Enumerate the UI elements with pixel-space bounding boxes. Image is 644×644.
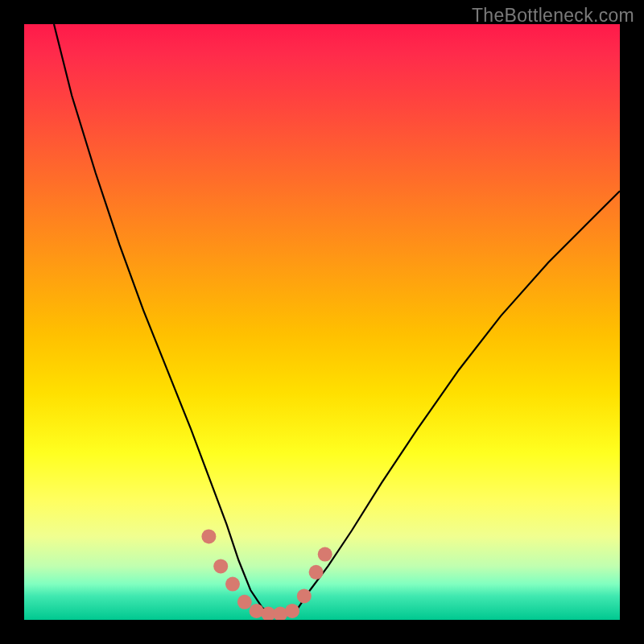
- marker-dot: [225, 577, 240, 592]
- watermark-text: TheBottleneck.com: [472, 5, 634, 27]
- marker-dot: [318, 547, 332, 562]
- highlight-markers: [201, 529, 332, 620]
- marker-dot: [237, 595, 252, 609]
- marker-dot: [309, 565, 324, 580]
- chart-frame: TheBottleneck.com: [0, 0, 644, 644]
- marker-dot: [285, 604, 299, 618]
- plot-area: [24, 24, 620, 620]
- marker-dot: [297, 588, 312, 603]
- marker-dot: [201, 529, 216, 543]
- bottleneck-curve: [54, 24, 620, 614]
- curve-svg: [24, 24, 620, 620]
- marker-dot: [213, 559, 228, 573]
